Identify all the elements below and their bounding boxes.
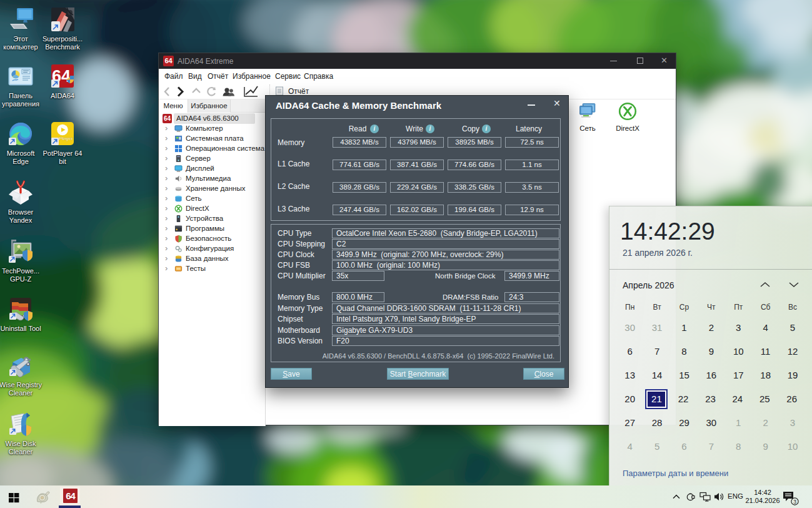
svg-text:3: 3 [793, 499, 796, 505]
svg-text:Player: Player [59, 136, 73, 141]
